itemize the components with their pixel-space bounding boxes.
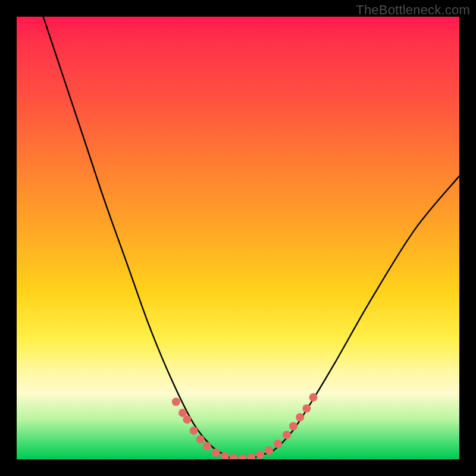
curve-marker <box>274 440 282 448</box>
curve-svg <box>17 17 459 459</box>
curve-marker <box>190 427 198 435</box>
curve-marker <box>309 393 317 402</box>
curve-marker <box>247 453 255 459</box>
curve-marker <box>196 436 205 444</box>
curve-marker <box>212 449 220 457</box>
watermark-text: TheBottleneck.com <box>356 2 470 18</box>
curve-marker <box>238 455 246 459</box>
curve-marker <box>296 413 304 421</box>
bottleneck-curve <box>43 17 459 459</box>
plot-area <box>17 17 459 459</box>
curve-markers <box>172 393 318 459</box>
curve-marker <box>183 415 191 424</box>
curve-marker <box>302 404 311 412</box>
curve-marker <box>289 422 298 430</box>
curve-marker <box>265 446 273 455</box>
curve-marker <box>172 397 180 406</box>
curve-marker <box>283 431 291 439</box>
curve-marker <box>230 454 238 459</box>
curve-marker <box>256 451 264 459</box>
chart-frame: TheBottleneck.com <box>0 0 476 476</box>
curve-marker <box>203 442 211 450</box>
